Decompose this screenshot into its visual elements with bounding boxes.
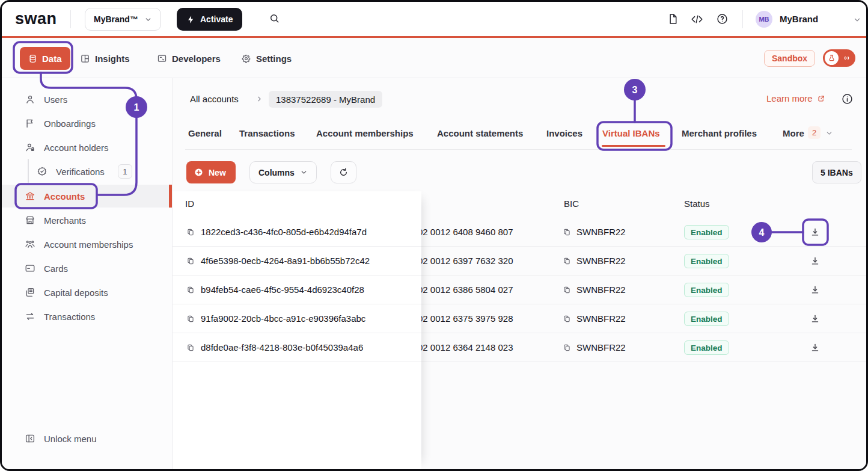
sidebar-item-cards[interactable]: Cards — [2, 257, 172, 280]
divider — [742, 10, 743, 28]
nav-item-data[interactable]: Data — [20, 47, 70, 70]
document-icon — [25, 287, 35, 298]
storefront-icon — [25, 215, 35, 226]
credit-card-icon — [25, 263, 35, 274]
breadcrumb-current: 13837522689 - MyBrand — [269, 91, 382, 108]
tab-general[interactable]: General — [188, 128, 222, 138]
download-icon[interactable] — [810, 227, 821, 238]
learn-more-label: Learn more — [766, 93, 813, 103]
avatar[interactable]: MB — [756, 11, 772, 28]
chevron-down-icon[interactable] — [825, 129, 833, 137]
seal-check-icon — [37, 166, 47, 177]
developers-icon — [157, 54, 167, 64]
tabs-divider — [185, 149, 852, 150]
tab-more[interactable]: More — [783, 128, 804, 138]
sidebar-item-capital-deposits[interactable]: Capital deposits — [2, 281, 172, 304]
breadcrumb-all-accounts[interactable]: All accounts — [190, 94, 239, 104]
column-header-id: ID — [185, 199, 194, 209]
tab-account-memberships[interactable]: Account memberships — [316, 128, 414, 138]
download-icon[interactable] — [810, 342, 821, 353]
panel-collapse-icon — [25, 433, 35, 444]
copy-icon[interactable] — [186, 315, 195, 323]
gear-icon — [241, 54, 251, 64]
activate-button[interactable]: Activate — [177, 8, 242, 31]
nav-item-settings-label: Settings — [256, 54, 292, 64]
sidebar-item-label: Account memberships — [44, 239, 133, 250]
nav-item-insights-label: Insights — [95, 54, 130, 64]
bic-value: SWNBFR22 — [576, 313, 626, 324]
environment-toggle[interactable] — [823, 49, 855, 67]
id-value: b94feb54-cae6-4f5c-9554-4d6923c40f28 — [201, 285, 364, 295]
chevron-down-icon[interactable] — [853, 16, 861, 24]
copy-icon[interactable] — [186, 343, 195, 352]
sidebar-item-label: Onboardings — [44, 119, 96, 129]
info-icon[interactable] — [841, 93, 854, 105]
copy-icon[interactable] — [186, 228, 195, 236]
nav-item-developers[interactable]: Developers — [157, 51, 221, 66]
sandbox-badge: Sandbox — [764, 50, 815, 67]
nav-item-settings[interactable]: Settings — [241, 51, 292, 66]
id-value: 1822ced3-c436-4fc0-805d-e6b42d94fa7d — [201, 227, 367, 237]
sidebar-item-transactions[interactable]: Transactions — [2, 305, 172, 328]
download-icon[interactable] — [810, 313, 821, 324]
unlock-menu-button[interactable]: Unlock menu — [2, 427, 172, 450]
id-cell[interactable]: 4f6e5398-0ecb-4264-8a91-bb6b55b72c42 — [173, 247, 421, 276]
id-cell[interactable]: 91fa9002-20cb-4bcc-a91c-e90396fa3abc — [173, 304, 421, 333]
status-badge: Enabled — [684, 283, 729, 297]
code-icon[interactable] — [691, 14, 703, 25]
download-icon[interactable] — [810, 256, 821, 266]
external-link-icon — [817, 94, 825, 103]
copy-icon[interactable] — [186, 257, 195, 265]
sidebar-item-onboardings[interactable]: Onboardings — [2, 112, 172, 135]
refresh-button[interactable] — [331, 161, 356, 183]
tab-transactions[interactable]: Transactions — [239, 128, 295, 138]
sidebar-item-account-memberships[interactable]: Account memberships — [2, 233, 172, 256]
copy-icon[interactable] — [563, 343, 571, 352]
learn-more-link[interactable]: Learn more — [766, 93, 825, 103]
flask-icon — [825, 51, 839, 65]
sidebar-item-label: Verifications — [56, 167, 105, 177]
divider — [70, 10, 71, 28]
nav-item-insights[interactable]: Insights — [80, 51, 130, 66]
swap-arrows-icon — [25, 311, 35, 322]
sidebar-item-label: Merchants — [44, 215, 86, 226]
docs-icon[interactable] — [667, 13, 679, 25]
tab-virtual-ibans[interactable]: Virtual IBANs — [602, 128, 660, 138]
sidebar-item-accounts[interactable]: Accounts — [2, 185, 172, 208]
user-icon — [25, 94, 35, 105]
new-button[interactable]: New — [186, 161, 236, 183]
iban-value: 02 0012 6408 9460 807 — [418, 218, 513, 246]
id-cell[interactable]: 1822ced3-c436-4fc0-805d-e6b42d94fa7d — [173, 218, 421, 247]
iban-value: 02 0012 6375 3975 928 — [418, 304, 513, 333]
copy-icon[interactable] — [563, 315, 571, 323]
copy-icon[interactable] — [563, 228, 571, 236]
column-header-bic: BIC — [564, 199, 579, 209]
sidebar-item-label: Cards — [44, 263, 68, 274]
search-icon[interactable] — [269, 13, 280, 24]
help-icon[interactable] — [716, 13, 729, 25]
columns-button[interactable]: Columns — [249, 161, 317, 183]
download-icon[interactable] — [810, 285, 821, 295]
top-bar: swan MyBrand™ Activate MB MyBr — [2, 2, 866, 36]
tab-account-statements[interactable]: Account statements — [437, 128, 523, 138]
swan-logo: swan — [15, 10, 57, 28]
active-tab-underline — [602, 145, 665, 147]
new-button-label: New — [209, 168, 226, 177]
columns-label: Columns — [258, 168, 295, 177]
tab-invoices[interactable]: Invoices — [546, 128, 582, 138]
tab-merchant-profiles[interactable]: Merchant profiles — [682, 128, 757, 138]
lightning-icon — [186, 15, 195, 24]
sidebar-item-users[interactable]: Users — [2, 88, 172, 111]
chevron-down-icon — [144, 16, 152, 23]
id-cell[interactable]: d8fde0ae-f3f8-4218-803e-b0f45039a4a6 — [173, 333, 421, 362]
sidebar-item-account-holders[interactable]: Account holders — [2, 136, 172, 159]
sidebar-item-merchants[interactable]: Merchants — [2, 209, 172, 232]
id-cell[interactable]: b94feb54-cae6-4f5c-9554-4d6923c40f28 — [173, 276, 421, 304]
project-selector[interactable]: MyBrand™ — [85, 8, 161, 31]
copy-icon[interactable] — [563, 257, 571, 265]
sidebar-item-label: Transactions — [44, 312, 95, 322]
copy-icon[interactable] — [186, 286, 195, 294]
activate-label: Activate — [200, 14, 233, 24]
sidebar-item-verifications[interactable]: Verifications 1 — [2, 160, 172, 183]
copy-icon[interactable] — [563, 286, 571, 294]
